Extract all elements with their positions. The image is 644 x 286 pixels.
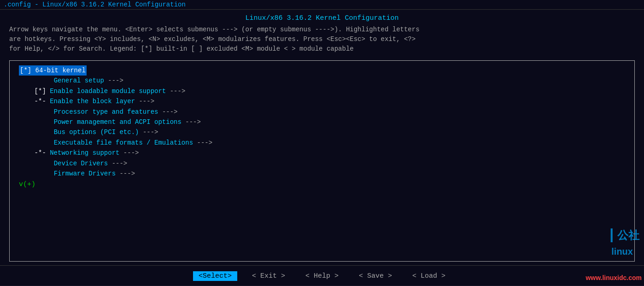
menu-item-8[interactable]: -*- Networking support ---> <box>19 148 625 158</box>
help-button[interactable]: < Help > <box>300 271 344 281</box>
menu-item-0[interactable]: [*] 64-bit kernel <box>19 65 625 76</box>
menu-item-4[interactable]: Processor type and features ---> <box>19 107 625 117</box>
menu-item-10[interactable]: Firmware Drivers ---> <box>19 169 625 179</box>
save-button[interactable]: < Save > <box>353 271 398 281</box>
highlighted-item[interactable]: [*] 64-bit kernel <box>19 65 87 76</box>
watermark-url: www.linuxidc.com <box>585 274 642 281</box>
menu-item-5[interactable]: Power management and ACPI options ---> <box>19 117 625 127</box>
menu-item-3[interactable]: -*- Enable the block layer ---> <box>19 96 625 106</box>
select-button[interactable]: <Select> <box>193 271 237 281</box>
menu-item-2[interactable]: [*] Enable loadable module support ---> <box>19 86 625 96</box>
header-help: Arrow keys navigate the menu. <Enter> se… <box>9 25 635 54</box>
header-section: Linux/x86 3.16.2 Kernel Configuration Ar… <box>0 10 644 57</box>
watermark: | 公社 linux <box>609 225 639 258</box>
exit-button[interactable]: < Exit > <box>246 271 291 281</box>
title-bar: .config - Linux/x86 3.16.2 Kernel Config… <box>0 0 644 10</box>
menu-item-6[interactable]: Bus options (PCI etc.) ---> <box>19 127 625 137</box>
separator <box>0 265 644 266</box>
menu-item-7[interactable]: Executable file formats / Emulations ---… <box>19 138 625 148</box>
menu-item-1[interactable]: General setup ---> <box>19 76 625 86</box>
title-text: .config - Linux/x86 3.16.2 Kernel Config… <box>4 1 186 8</box>
main-container: Linux/x86 3.16.2 Kernel Configuration Ar… <box>0 10 644 286</box>
header-title: Linux/x86 3.16.2 Kernel Configuration <box>9 14 635 22</box>
help-line3: for Help, </> for Search. Legend: [*] bu… <box>9 45 354 53</box>
load-button[interactable]: < Load > <box>407 271 451 281</box>
help-line2: are hotkeys. Pressing <Y> includes, <N> … <box>9 35 416 43</box>
v-indicator: v(+) <box>19 181 625 188</box>
bottom-buttons: <Select> < Exit > < Help > < Save > < Lo… <box>0 268 644 286</box>
menu-item-9[interactable]: Device Drivers ---> <box>19 158 625 169</box>
menu-box: [*] 64-bit kernel General setup ---> [*]… <box>9 60 635 262</box>
help-line1: Arrow keys navigate the menu. <Enter> se… <box>9 26 420 33</box>
